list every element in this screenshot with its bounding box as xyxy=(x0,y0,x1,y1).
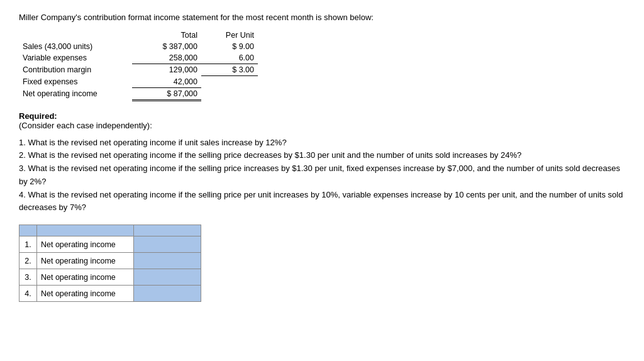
answer-value-4[interactable] xyxy=(134,286,201,302)
row-perunit: $ 9.00 xyxy=(201,41,258,52)
row-total: 129,000 xyxy=(132,64,201,76)
answer-value-1[interactable] xyxy=(134,236,201,253)
row-total: 258,000 xyxy=(132,52,201,64)
answer-row-2: 2. Net operating income xyxy=(19,253,201,269)
table-row: Sales (43,000 units) $ 387,000 $ 9.00 xyxy=(19,41,258,52)
question-2: 2. What is the revised net operating inc… xyxy=(19,149,625,162)
required-label: Required: xyxy=(19,111,625,121)
question-3: 3. What is the revised net operating inc… xyxy=(19,162,625,189)
total-header: Total xyxy=(132,30,201,41)
answer-label-1: Net operating income xyxy=(36,236,134,253)
answer-label-4: Net operating income xyxy=(36,286,134,302)
income-statement-table: Total Per Unit Sales (43,000 units) $ 38… xyxy=(19,30,258,101)
questions-block: 1. What is the revised net operating inc… xyxy=(19,136,625,215)
answer-value-2[interactable] xyxy=(134,253,201,269)
row-label: Variable expenses xyxy=(19,52,132,64)
answer-header-label xyxy=(36,225,134,236)
row-total: $ 87,000 xyxy=(132,87,201,100)
answer-header-value xyxy=(134,225,201,236)
answer-row-4: 4. Net operating income xyxy=(19,286,201,302)
row-total: 42,000 xyxy=(132,76,201,88)
answer-table-wrapper: 1. Net operating income 2. Net operating… xyxy=(19,225,625,302)
row-total: $ 387,000 xyxy=(132,41,201,52)
table-row: Contribution margin 129,000 $ 3.00 xyxy=(19,64,258,76)
answer-table: 1. Net operating income 2. Net operating… xyxy=(19,225,201,302)
table-row: Variable expenses 258,000 6.00 xyxy=(19,52,258,64)
row-label: Net operating income xyxy=(19,87,132,100)
table-row: Fixed expenses 42,000 xyxy=(19,76,258,88)
question-4: 4. What is the revised net operating inc… xyxy=(19,189,625,215)
row-label: Contribution margin xyxy=(19,64,132,76)
answer-num-2: 2. xyxy=(19,253,37,269)
answer-label-3: Net operating income xyxy=(36,269,134,286)
row-perunit xyxy=(201,87,258,100)
answer-header-num xyxy=(19,225,37,236)
required-section: Required: (Consider each case independen… xyxy=(19,111,625,130)
row-perunit xyxy=(201,76,258,88)
required-subtitle: (Consider each case independently): xyxy=(19,121,625,130)
question-1: 1. What is the revised net operating inc… xyxy=(19,136,625,150)
answer-row-3: 3. Net operating income xyxy=(19,269,201,286)
row-label: Sales (43,000 units) xyxy=(19,41,132,52)
answer-value-3[interactable] xyxy=(134,269,201,286)
row-label: Fixed expenses xyxy=(19,76,132,88)
perunit-header: Per Unit xyxy=(201,30,258,41)
answer-row-1: 1. Net operating income xyxy=(19,236,201,253)
answer-num-1: 1. xyxy=(19,236,37,253)
row-perunit: $ 3.00 xyxy=(201,64,258,76)
row-perunit: 6.00 xyxy=(201,52,258,64)
answer-num-4: 4. xyxy=(19,286,37,302)
table-row: Net operating income $ 87,000 xyxy=(19,87,258,100)
answer-label-2: Net operating income xyxy=(36,253,134,269)
answer-num-3: 3. xyxy=(19,269,37,286)
intro-text: Miller Company's contribution format inc… xyxy=(19,13,625,22)
